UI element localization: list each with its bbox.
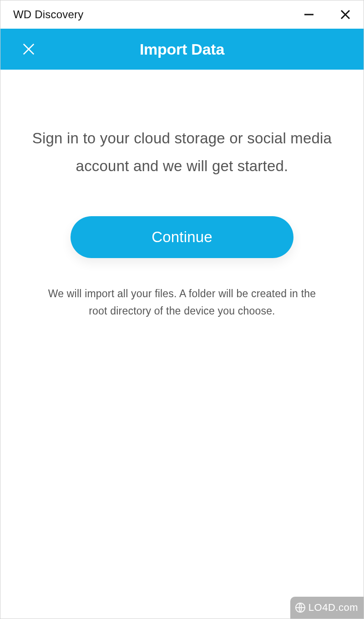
close-window-button[interactable] [338, 7, 353, 22]
globe-icon [295, 602, 306, 613]
close-icon [22, 42, 35, 56]
continue-button-label: Continue [152, 228, 212, 246]
titlebar: WD Discovery [0, 0, 364, 29]
main-content: Sign in to your cloud storage or social … [0, 70, 364, 619]
header-bar: Import Data [0, 29, 364, 70]
close-icon [340, 9, 351, 20]
lead-text: Sign in to your cloud storage or social … [28, 124, 336, 180]
window-frame: WD Discovery Import Data Sign in to your… [0, 0, 364, 619]
continue-button[interactable]: Continue [71, 216, 293, 258]
watermark: LO4D.com [290, 597, 364, 619]
minimize-button[interactable] [302, 7, 316, 22]
header-close-button[interactable] [20, 40, 38, 58]
window-controls [302, 7, 353, 22]
minimize-icon [303, 9, 314, 20]
watermark-text: LO4D.com [308, 602, 358, 614]
sub-text: We will import all your files. A folder … [28, 285, 336, 320]
app-title: WD Discovery [13, 8, 83, 21]
page-title: Import Data [140, 41, 224, 58]
